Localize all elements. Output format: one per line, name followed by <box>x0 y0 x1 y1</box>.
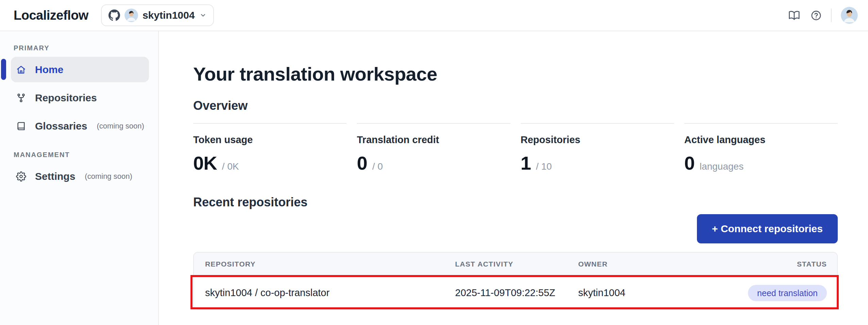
stat-value: 1 <box>521 152 531 174</box>
column-header-last-activity: LAST ACTIVITY <box>455 260 578 268</box>
house-icon <box>16 65 26 75</box>
app-logo[interactable]: Localizeflow <box>14 8 88 23</box>
account-username: skytin1004 <box>143 10 195 21</box>
sidebar-item-label: Home <box>35 64 63 75</box>
page-title: Your translation workspace <box>193 63 838 85</box>
book-icon <box>16 121 26 131</box>
overview-stats: Token usage 0K / 0K Translation credit 0… <box>193 123 838 174</box>
stat-label: Token usage <box>193 134 347 146</box>
top-header: Localizeflow skytin1004 <box>0 0 868 31</box>
sidebar-section-management: MANAGEMENT <box>14 151 158 159</box>
stat-suffix: / 0K <box>222 161 239 172</box>
sidebar-item-settings[interactable]: Settings (coming soon) <box>11 164 149 189</box>
column-header-status: STATUS <box>797 260 827 268</box>
help-button[interactable] <box>811 10 822 21</box>
cell-owner: skytin1004 <box>578 287 748 298</box>
account-avatar <box>124 8 138 22</box>
repositories-table: REPOSITORY LAST ACTIVITY OWNER STATUS sk… <box>193 252 838 310</box>
sidebar-item-label: Settings <box>35 171 75 182</box>
sidebar-item-label: Glossaries <box>35 120 87 132</box>
header-actions <box>788 7 858 24</box>
stat-value: 0 <box>684 152 695 174</box>
overview-heading: Overview <box>193 99 838 113</box>
sidebar: PRIMARY Home Repositories <box>0 31 159 325</box>
sidebar-item-label: Repositories <box>35 92 97 104</box>
stat-active-languages: Active languages 0 languages <box>684 123 838 174</box>
cell-repository: skytin1004 / co-op-translator <box>205 287 455 298</box>
chevron-down-icon <box>200 12 206 19</box>
gear-icon <box>16 171 26 182</box>
stat-label: Repositories <box>521 134 674 146</box>
stat-token-usage: Token usage 0K / 0K <box>193 123 347 174</box>
book-open-icon <box>788 9 800 21</box>
user-avatar[interactable] <box>841 7 858 24</box>
coming-soon-label: (coming soon) <box>85 172 132 181</box>
sidebar-item-glossaries[interactable]: Glossaries (coming soon) <box>11 113 149 139</box>
app-window: Localizeflow skytin1004 <box>0 0 868 325</box>
stat-value: 0K <box>193 152 217 174</box>
stat-suffix: languages <box>700 161 744 172</box>
stat-translation-credit: Translation credit 0 / 0 <box>357 123 510 174</box>
column-header-owner: OWNER <box>578 260 797 268</box>
table-row[interactable]: skytin1004 / co-op-translator 2025-11-09… <box>194 276 837 309</box>
status-badge: need translation <box>748 285 827 301</box>
table-header-row: REPOSITORY LAST ACTIVITY OWNER STATUS <box>194 253 837 276</box>
stat-label: Translation credit <box>357 134 510 146</box>
column-header-repository: REPOSITORY <box>205 260 455 268</box>
coming-soon-label: (coming soon) <box>97 122 144 131</box>
recent-toolbar: + Connect repositories <box>193 214 838 243</box>
stat-label: Active languages <box>684 134 838 146</box>
account-switcher[interactable]: skytin1004 <box>101 4 214 26</box>
stat-suffix: / 10 <box>536 161 552 172</box>
repositories-table-wrap: REPOSITORY LAST ACTIVITY OWNER STATUS sk… <box>193 252 838 310</box>
main-content: Your translation workspace Overview Toke… <box>159 31 868 325</box>
cell-status: need translation <box>748 287 827 298</box>
stat-suffix: / 0 <box>372 161 383 172</box>
sidebar-item-home[interactable]: Home <box>11 57 149 82</box>
stat-value: 0 <box>357 152 367 174</box>
recent-repositories-heading: Recent repositories <box>193 195 838 209</box>
sidebar-section-primary: PRIMARY <box>14 44 158 52</box>
sidebar-item-repositories[interactable]: Repositories <box>11 85 149 110</box>
docs-button[interactable] <box>788 9 800 21</box>
cell-last-activity: 2025-11-09T09:22:55Z <box>455 287 578 298</box>
github-icon <box>108 10 120 21</box>
active-indicator-bar <box>1 59 6 80</box>
stat-repositories: Repositories 1 / 10 <box>521 123 674 174</box>
header-divider <box>831 8 832 22</box>
question-circle-icon <box>811 10 822 21</box>
git-fork-icon <box>16 93 26 103</box>
connect-repositories-button[interactable]: + Connect repositories <box>697 214 838 243</box>
